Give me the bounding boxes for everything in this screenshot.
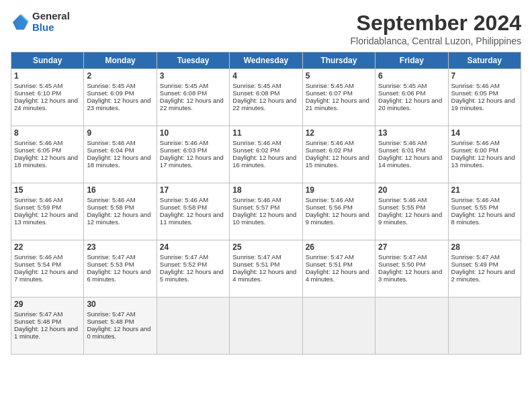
sunset-info: Sunset: 5:58 PM bbox=[87, 203, 134, 211]
day-number: 1 bbox=[14, 71, 81, 81]
sunrise-info: Sunrise: 5:46 AM bbox=[160, 139, 208, 146]
daylight-label: Daylight: 12 hours and 13 minutes. bbox=[14, 211, 78, 226]
sunrise-info: Sunrise: 5:47 AM bbox=[378, 253, 427, 261]
sunrise-info: Sunrise: 5:47 AM bbox=[87, 310, 135, 318]
day-number: 28 bbox=[451, 242, 518, 252]
sunrise-info: Sunrise: 5:46 AM bbox=[451, 139, 500, 146]
sunrise-info: Sunrise: 5:45 AM bbox=[306, 82, 354, 89]
sunset-info: Sunset: 5:55 PM bbox=[451, 203, 498, 211]
calendar-cell: 20Sunrise: 5:46 AMSunset: 5:55 PMDayligh… bbox=[375, 183, 448, 240]
calendar-cell: 4Sunrise: 5:45 AMSunset: 6:08 PMDaylight… bbox=[230, 69, 302, 126]
sunrise-info: Sunrise: 5:47 AM bbox=[87, 253, 135, 261]
sunset-info: Sunset: 5:56 PM bbox=[306, 203, 353, 211]
sunset-info: Sunset: 5:48 PM bbox=[87, 318, 134, 325]
header-row: Sunday Monday Tuesday Wednesday Thursday… bbox=[11, 52, 521, 69]
sunset-info: Sunset: 6:09 PM bbox=[87, 89, 134, 97]
calendar-cell: 18Sunrise: 5:46 AMSunset: 5:57 PMDayligh… bbox=[230, 183, 302, 240]
sunrise-info: Sunrise: 5:46 AM bbox=[232, 196, 281, 203]
daylight-label: Daylight: 12 hours and 23 minutes. bbox=[87, 97, 150, 111]
sunrise-info: Sunrise: 5:46 AM bbox=[378, 196, 427, 203]
calendar-cell: 17Sunrise: 5:46 AMSunset: 5:58 PMDayligh… bbox=[157, 183, 229, 240]
daylight-label: Daylight: 12 hours and 9 minutes. bbox=[378, 211, 442, 226]
calendar-cell: 8Sunrise: 5:46 AMSunset: 6:05 PMDaylight… bbox=[11, 126, 84, 183]
sunset-info: Sunset: 6:10 PM bbox=[14, 89, 61, 97]
daylight-label: Daylight: 12 hours and 6 minutes. bbox=[87, 268, 150, 283]
col-thursday: Thursday bbox=[302, 52, 375, 69]
calendar-cell: 29Sunrise: 5:47 AMSunset: 5:48 PMDayligh… bbox=[11, 298, 84, 355]
sunset-info: Sunset: 6:05 PM bbox=[451, 89, 498, 97]
calendar-cell bbox=[302, 298, 375, 355]
calendar-cell: 22Sunrise: 5:46 AMSunset: 5:54 PMDayligh… bbox=[11, 240, 84, 298]
calendar-cell bbox=[448, 298, 521, 355]
sunset-info: Sunset: 5:54 PM bbox=[14, 261, 61, 268]
daylight-label: Daylight: 12 hours and 10 minutes. bbox=[232, 211, 296, 226]
sunrise-info: Sunrise: 5:46 AM bbox=[306, 196, 354, 203]
day-number: 30 bbox=[87, 300, 153, 309]
sunset-info: Sunset: 6:00 PM bbox=[451, 146, 498, 154]
sunset-info: Sunset: 6:06 PM bbox=[378, 89, 425, 97]
sunset-info: Sunset: 5:48 PM bbox=[14, 318, 61, 325]
daylight-label: Daylight: 12 hours and 4 minutes. bbox=[232, 268, 296, 283]
calendar-cell: 2Sunrise: 5:45 AMSunset: 6:09 PMDaylight… bbox=[84, 69, 157, 126]
calendar-cell: 3Sunrise: 5:45 AMSunset: 6:08 PMDaylight… bbox=[157, 69, 229, 126]
sunrise-info: Sunrise: 5:46 AM bbox=[378, 139, 427, 146]
day-number: 10 bbox=[160, 128, 226, 138]
location-title: Floridablanca, Central Luzon, Philippine… bbox=[351, 36, 521, 46]
calendar-cell bbox=[230, 298, 302, 355]
sunrise-info: Sunrise: 5:47 AM bbox=[14, 310, 62, 318]
day-number: 25 bbox=[232, 242, 299, 252]
sunrise-info: Sunrise: 5:45 AM bbox=[378, 82, 427, 89]
calendar-cell: 5Sunrise: 5:45 AMSunset: 6:07 PMDaylight… bbox=[302, 69, 375, 126]
sunrise-info: Sunrise: 5:46 AM bbox=[87, 139, 135, 146]
daylight-label: Daylight: 12 hours and 5 minutes. bbox=[160, 268, 224, 283]
daylight-label: Daylight: 12 hours and 14 minutes. bbox=[378, 154, 442, 169]
sunrise-info: Sunrise: 5:47 AM bbox=[451, 253, 500, 261]
sunrise-info: Sunrise: 5:47 AM bbox=[306, 253, 354, 261]
day-number: 18 bbox=[232, 185, 299, 195]
sunset-info: Sunset: 6:08 PM bbox=[160, 89, 207, 97]
daylight-label: Daylight: 12 hours and 15 minutes. bbox=[306, 154, 369, 169]
sunset-info: Sunset: 5:57 PM bbox=[232, 203, 279, 211]
daylight-label: Daylight: 12 hours and 17 minutes. bbox=[160, 154, 224, 169]
sunset-info: Sunset: 5:49 PM bbox=[451, 261, 498, 268]
daylight-label: Daylight: 12 hours and 8 minutes. bbox=[451, 211, 515, 226]
logo-blue: Blue bbox=[32, 22, 70, 34]
calendar-cell: 9Sunrise: 5:46 AMSunset: 6:04 PMDaylight… bbox=[84, 126, 157, 183]
sunrise-info: Sunrise: 5:45 AM bbox=[232, 82, 281, 89]
sunrise-info: Sunrise: 5:47 AM bbox=[232, 253, 281, 261]
title-section: September 2024 Floridablanca, Central Lu… bbox=[351, 11, 521, 46]
sunset-info: Sunset: 6:02 PM bbox=[306, 146, 353, 154]
sunset-info: Sunset: 6:01 PM bbox=[378, 146, 425, 154]
col-saturday: Saturday bbox=[448, 52, 521, 69]
sunrise-info: Sunrise: 5:46 AM bbox=[306, 139, 354, 146]
day-number: 26 bbox=[306, 242, 372, 252]
calendar-cell: 26Sunrise: 5:47 AMSunset: 5:51 PMDayligh… bbox=[302, 240, 375, 298]
calendar-cell: 27Sunrise: 5:47 AMSunset: 5:50 PMDayligh… bbox=[375, 240, 448, 298]
calendar-cell: 1Sunrise: 5:45 AMSunset: 6:10 PMDaylight… bbox=[11, 69, 84, 126]
daylight-label: Daylight: 12 hours and 19 minutes. bbox=[451, 97, 515, 111]
day-number: 11 bbox=[232, 128, 299, 138]
day-number: 17 bbox=[160, 185, 226, 195]
calendar-cell: 7Sunrise: 5:46 AMSunset: 6:05 PMDaylight… bbox=[448, 69, 521, 126]
calendar-cell: 24Sunrise: 5:47 AMSunset: 5:52 PMDayligh… bbox=[157, 240, 229, 298]
sunset-info: Sunset: 5:59 PM bbox=[14, 203, 61, 211]
day-number: 7 bbox=[451, 71, 518, 81]
logo: General Blue bbox=[11, 11, 70, 33]
sunrise-info: Sunrise: 5:46 AM bbox=[451, 82, 500, 89]
daylight-label: Daylight: 12 hours and 18 minutes. bbox=[14, 154, 78, 169]
daylight-label: Daylight: 12 hours and 0 minutes. bbox=[87, 325, 150, 340]
day-number: 19 bbox=[306, 185, 372, 195]
daylight-label: Daylight: 12 hours and 22 minutes. bbox=[160, 97, 224, 111]
day-number: 6 bbox=[378, 71, 445, 81]
daylight-label: Daylight: 12 hours and 22 minutes. bbox=[232, 97, 296, 111]
daylight-label: Daylight: 12 hours and 24 minutes. bbox=[14, 97, 78, 111]
day-number: 23 bbox=[87, 242, 153, 252]
calendar-cell: 10Sunrise: 5:46 AMSunset: 6:03 PMDayligh… bbox=[157, 126, 229, 183]
daylight-label: Daylight: 12 hours and 1 minute. bbox=[14, 325, 78, 340]
sunset-info: Sunset: 6:02 PM bbox=[232, 146, 279, 154]
sunset-info: Sunset: 6:07 PM bbox=[306, 89, 353, 97]
daylight-label: Daylight: 12 hours and 13 minutes. bbox=[451, 154, 515, 169]
sunrise-info: Sunrise: 5:46 AM bbox=[160, 196, 208, 203]
day-number: 24 bbox=[160, 242, 226, 252]
calendar-table: Sunday Monday Tuesday Wednesday Thursday… bbox=[11, 52, 521, 355]
